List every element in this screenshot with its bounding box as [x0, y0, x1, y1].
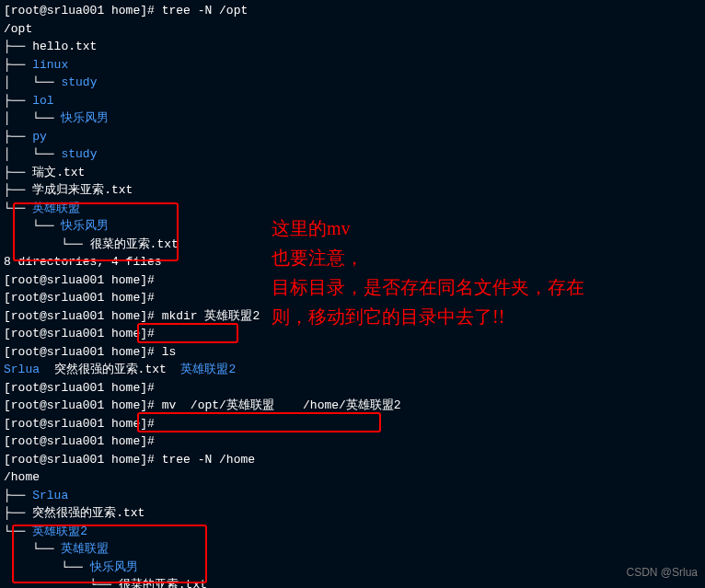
terminal-line: ├── linux — [4, 56, 701, 75]
terminal-line: ├── Srlua — [4, 487, 701, 505]
terminal-line: [root@srlua001 home]# tree -N /opt — [4, 2, 701, 20]
highlight-box-tree1 — [13, 202, 179, 261]
terminal-line: ├── lol — [4, 92, 701, 110]
annotation-line1: 这里的mv — [272, 213, 584, 243]
annotation-line4: 则，移动到它的目录中去了!! — [272, 302, 584, 331]
terminal-line: /home — [4, 468, 701, 487]
annotation-line2: 也要注意， — [272, 243, 584, 272]
terminal-line: │ └── 快乐风男 — [4, 110, 701, 128]
terminal-line: [root@srlua001 home]# ls — [4, 343, 701, 362]
terminal-line: Srlua 突然很强的亚索.txt 英雄联盟2 — [4, 361, 701, 379]
highlight-box-tree2 — [12, 525, 207, 583]
annotation-text: 这里的mv 也要注意， 目标目录，是否存在同名文件夹，存在 则，移动到它的目录中… — [272, 213, 584, 331]
terminal-line: /opt — [4, 20, 701, 39]
terminal-line: ├── 瑞文.txt — [4, 164, 701, 182]
highlight-box-mv — [137, 412, 381, 432]
terminal-line: │ └── study — [4, 145, 701, 164]
terminal-line: ├── 突然很强的亚索.txt — [4, 504, 701, 523]
highlight-box-mkdir — [137, 323, 238, 343]
terminal-line: [root@srlua001 home]# — [4, 432, 701, 451]
terminal-line: [root@srlua001 home]# — [4, 379, 701, 398]
watermark: CSDN @Srlua — [626, 564, 698, 581]
terminal-line: [root@srlua001 home]# tree -N /home — [4, 451, 701, 469]
annotation-line3: 目标目录，是否存在同名文件夹，存在 — [272, 272, 584, 302]
terminal-line: │ └── study — [4, 74, 701, 92]
terminal-line: ├── hello.txt — [4, 38, 701, 56]
terminal-line: ├── 学成归来亚索.txt — [4, 181, 701, 200]
terminal-line: ├── py — [4, 128, 701, 146]
